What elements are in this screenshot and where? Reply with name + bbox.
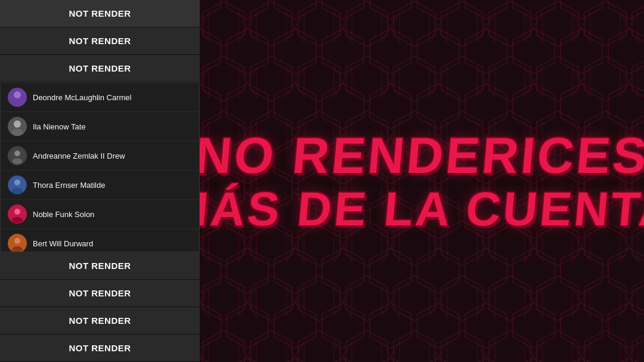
svg-point-9 bbox=[12, 188, 23, 194]
svg-point-15 bbox=[12, 246, 23, 252]
avatar bbox=[8, 146, 27, 165]
sidebar-bottom-2[interactable]: NOT RENDER bbox=[0, 307, 200, 335]
avatar bbox=[8, 88, 27, 107]
avatar bbox=[8, 205, 27, 224]
user-item-0[interactable]: Deondre McLaughlin Carmel bbox=[1, 83, 199, 112]
user-item-5[interactable]: Bert Will Durward bbox=[1, 229, 199, 252]
user-list-panel: Deondre McLaughlin Carmel Ila Nienow Tat… bbox=[0, 82, 200, 252]
big-text-line2: MÁS DE LA CUENTA bbox=[200, 185, 644, 233]
avatar bbox=[8, 117, 27, 136]
avatar bbox=[8, 234, 27, 252]
user-name: Deondre McLaughlin Carmel bbox=[33, 93, 131, 102]
user-item-3[interactable]: Thora Ernser Matilde bbox=[1, 171, 199, 200]
user-name: Thora Ernser Matilde bbox=[33, 181, 105, 190]
sidebar: NOT RENDER NOT RENDER NOT RENDER Deondre… bbox=[0, 0, 200, 362]
svg-point-11 bbox=[14, 209, 20, 215]
sidebar-bottom-3[interactable]: NOT RENDER bbox=[0, 335, 200, 362]
main-area: NO RENDERICES MÁS DE LA CUENTA bbox=[200, 0, 644, 362]
svg-point-12 bbox=[12, 217, 23, 223]
svg-point-8 bbox=[14, 180, 20, 185]
big-text-line1: NO RENDERICES bbox=[200, 129, 644, 180]
big-text-overlay: NO RENDERICES MÁS DE LA CUENTA bbox=[200, 129, 644, 233]
user-name: Bert Will Durward bbox=[33, 239, 93, 248]
user-name: Noble Funk Solon bbox=[33, 210, 94, 219]
user-item-2[interactable]: Andreanne Zemlak II Drew bbox=[1, 141, 199, 171]
sidebar-bottom-1[interactable]: NOT RENDER bbox=[0, 280, 200, 307]
user-item-1[interactable]: Ila Nienow Tate bbox=[1, 112, 199, 141]
avatar bbox=[8, 175, 27, 194]
svg-point-2 bbox=[14, 120, 21, 128]
svg-point-3 bbox=[11, 129, 23, 136]
svg-point-5 bbox=[14, 151, 20, 156]
sidebar-item-0[interactable]: NOT RENDER bbox=[0, 0, 200, 27]
user-name: Ila Nienow Tate bbox=[33, 122, 86, 131]
svg-point-14 bbox=[14, 238, 20, 244]
svg-point-0 bbox=[14, 91, 21, 98]
user-name: Andreanne Zemlak II Drew bbox=[33, 151, 125, 160]
sidebar-bottom-0[interactable]: NOT RENDER bbox=[0, 252, 200, 280]
sidebar-item-2[interactable]: NOT RENDER bbox=[0, 55, 200, 82]
svg-point-1 bbox=[11, 100, 23, 107]
user-item-4[interactable]: Noble Funk Solon bbox=[1, 200, 199, 229]
svg-point-6 bbox=[13, 159, 23, 164]
sidebar-item-1[interactable]: NOT RENDER bbox=[0, 27, 200, 55]
